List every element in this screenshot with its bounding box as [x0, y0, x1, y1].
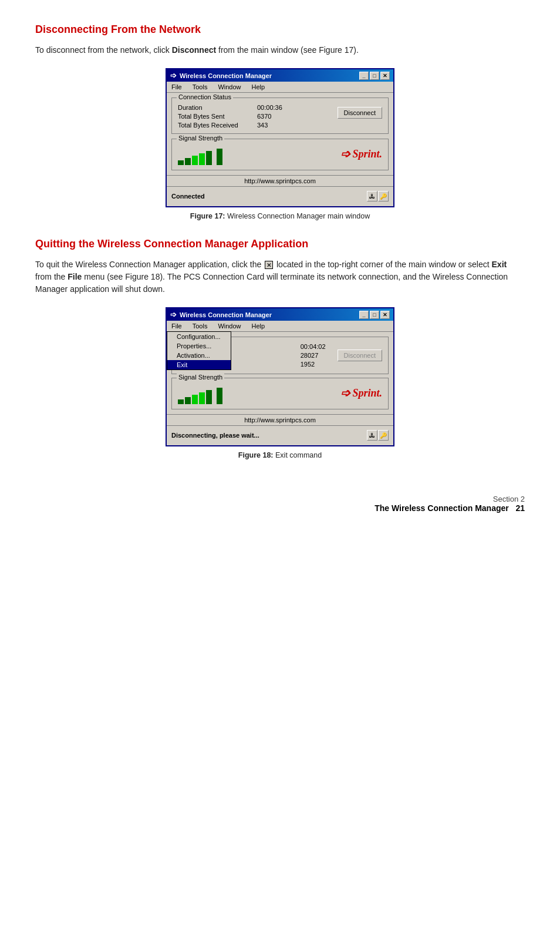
bar-2: [185, 158, 191, 165]
body-text-quitting: To quit the Wireless Connection Manager …: [35, 258, 525, 295]
bar-3: [192, 156, 198, 165]
section-heading-quitting: Quitting the Wireless Connection Manager…: [35, 238, 525, 250]
bar-5-18: [206, 390, 212, 404]
statusbar-fig18: Disconnecting, please wait... 🖧 🔑: [171, 428, 389, 441]
figure-17-dialog: ➩ Wireless Connection Manager _ □ ✕ File…: [166, 68, 394, 207]
page-footer: Section 2 The Wireless Connection Manage…: [35, 495, 525, 513]
file-dropdown-menu: Configuration... Properties... Activatio…: [167, 331, 231, 370]
menu-window-fig17[interactable]: Window: [215, 83, 243, 91]
dialog-body-fig17: Connection Status Duration 00:00:36 Tota…: [167, 93, 393, 206]
stats-list: Duration 00:00:36 Total Bytes Sent 6370 …: [178, 104, 282, 129]
figure-17-container: ➩ Wireless Connection Manager _ □ ✕ File…: [35, 68, 525, 220]
sprint-arrow-icon-18: ➩: [340, 386, 350, 400]
sprint-text-18: Sprint.: [352, 387, 382, 399]
menu-item-exit[interactable]: Exit: [167, 360, 231, 369]
val-time: 00:04:02: [301, 343, 326, 350]
x-button-inline: ✕: [265, 261, 273, 269]
stat-duration: Duration 00:00:36: [178, 104, 282, 111]
bar-6-18: [217, 388, 222, 404]
menubar-fig18: File Tools Window Help Configuration... …: [167, 321, 393, 332]
body-text-disconnecting: To disconnect from the network, click Di…: [35, 44, 525, 56]
connection-status-group: Connection Status Duration 00:00:36 Tota…: [171, 98, 389, 134]
menu-window-fig18[interactable]: Window: [215, 322, 243, 330]
minimize-button[interactable]: _: [359, 72, 369, 80]
bar-2-18: [185, 397, 191, 404]
window-controls-fig18[interactable]: _ □ ✕: [359, 311, 390, 319]
section-label: Section 2: [493, 495, 525, 503]
close-button-18[interactable]: ✕: [380, 311, 390, 319]
sprint-logo-fig18: ➩ Sprint.: [340, 386, 382, 400]
menu-tools-fig17[interactable]: Tools: [190, 83, 210, 91]
menu-file-fig18[interactable]: File: [169, 322, 184, 330]
menu-tools-fig18[interactable]: Tools: [190, 322, 210, 330]
signal-sprint-row-fig18: ➩ Sprint.: [178, 382, 382, 404]
connection-status-content: Duration 00:00:36 Total Bytes Sent 6370 …: [178, 104, 382, 129]
bytes-received-value: 343: [257, 122, 268, 129]
bytes-received-label: Total Bytes Received: [178, 122, 245, 129]
url-text-fig17: http://www.sprintpcs.com: [244, 177, 316, 184]
bytes-sent-label: Total Bytes Sent: [178, 113, 245, 120]
close-button[interactable]: ✕: [380, 72, 390, 80]
bar-5: [206, 151, 212, 165]
titlebar-fig18: ➩ Wireless Connection Manager _ □ ✕: [167, 308, 393, 321]
signal-strength-group-fig18: Signal Strength ➩: [171, 378, 389, 409]
menu-help-fig17[interactable]: Help: [249, 83, 268, 91]
val-bytes-sent: 28027: [301, 352, 326, 359]
section-heading-disconnecting: Disconnecting From the Network: [35, 23, 525, 36]
bar-4: [199, 153, 205, 165]
signal-strength-legend-fig17: Signal Strength: [177, 135, 224, 142]
stat-bytes-sent: Total Bytes Sent 6370: [178, 113, 282, 120]
url-bar-fig17: http://www.sprintpcs.com: [167, 175, 393, 187]
section-disconnecting: Disconnecting From the Network To discon…: [35, 23, 525, 220]
disconnect-button-fig17[interactable]: Disconnect: [338, 107, 382, 119]
title-arrow-icon-18: ➩: [170, 310, 177, 319]
signal-strength-group-fig17: Signal Strength ➩: [171, 139, 389, 170]
title-arrow-icon: ➩: [170, 71, 177, 80]
window-controls-fig17[interactable]: _ □ ✕: [359, 72, 390, 80]
restore-button[interactable]: □: [370, 72, 379, 80]
sprint-arrow-icon: ➩: [340, 147, 350, 161]
url-text-fig18: http://www.sprintpcs.com: [244, 416, 316, 424]
restore-button-18[interactable]: □: [370, 311, 379, 319]
menubar-fig17: File Tools Window Help: [167, 82, 393, 93]
status-icons-fig18: 🖧 🔑: [367, 430, 389, 441]
dialog-title-fig18: Wireless Connection Manager: [180, 311, 272, 318]
url-bar-fig18: http://www.sprintpcs.com: [167, 414, 393, 426]
menu-help-fig18[interactable]: Help: [249, 322, 268, 330]
section-name-footer: The Wireless Connection Manager 21: [375, 503, 525, 513]
sprint-text: Sprint.: [352, 148, 382, 160]
section-quitting: Quitting the Wireless Connection Manager…: [35, 238, 525, 459]
duration-value: 00:00:36: [257, 104, 282, 111]
figure-17-caption: Figure 17: Wireless Connection Manager m…: [190, 212, 370, 220]
menu-item-properties[interactable]: Properties...: [167, 341, 231, 351]
bytes-sent-value: 6370: [257, 113, 271, 120]
bar-1: [178, 160, 184, 165]
statusbar-fig17: Connected 🖧 🔑: [171, 189, 389, 201]
menu-file-fig17[interactable]: File: [169, 83, 184, 91]
network-icon: 🖧: [367, 191, 377, 201]
titlebar-fig17: ➩ Wireless Connection Manager _ □ ✕: [167, 69, 393, 82]
signal-sprint-row-fig17: ➩ Sprint.: [178, 143, 382, 165]
network-icon-18: 🖧: [367, 430, 377, 441]
bar-3-18: [192, 395, 198, 404]
fig18-values: 00:04:02 28027 1952: [301, 343, 326, 368]
bar-1-18: [178, 399, 184, 404]
figure-18-caption: Figure 18: Exit command: [238, 451, 322, 459]
figure-18-container: ➩ Wireless Connection Manager _ □ ✕ File…: [35, 307, 525, 459]
figure-18-dialog: ➩ Wireless Connection Manager _ □ ✕ File…: [166, 307, 394, 446]
menu-item-configuration[interactable]: Configuration...: [167, 332, 231, 341]
bar-4-18: [199, 392, 205, 404]
dialog-title-fig17: Wireless Connection Manager: [180, 72, 272, 79]
minimize-button-18[interactable]: _: [359, 311, 369, 319]
status-icons-fig17: 🖧 🔑: [367, 191, 389, 201]
status-text-fig18: Disconnecting, please wait...: [171, 432, 259, 439]
menu-item-activation[interactable]: Activation...: [167, 351, 231, 360]
signal-bars-fig17: [178, 147, 222, 165]
disconnect-button-fig18[interactable]: Disconnect: [338, 350, 382, 361]
stat-bytes-received: Total Bytes Received 343: [178, 122, 282, 129]
duration-label: Duration: [178, 104, 245, 111]
signal-strength-legend-fig18: Signal Strength: [177, 374, 224, 381]
val-bytes-recv: 1952: [301, 361, 326, 368]
lock-icon: 🔑: [378, 191, 389, 201]
status-text-fig17: Connected: [171, 193, 205, 200]
